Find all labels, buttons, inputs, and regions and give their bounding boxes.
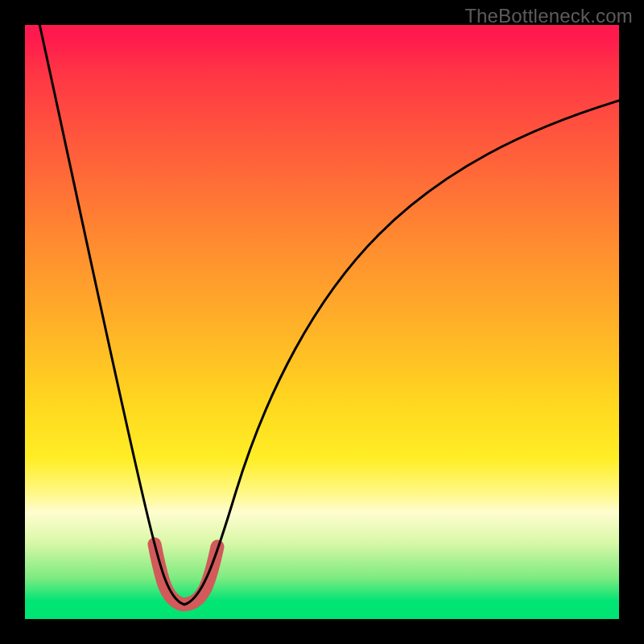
chart-frame [25,25,619,619]
bottleneck-curve [39,25,619,605]
curve-layer [25,25,619,619]
watermark-text: TheBottleneck.com [464,5,633,27]
